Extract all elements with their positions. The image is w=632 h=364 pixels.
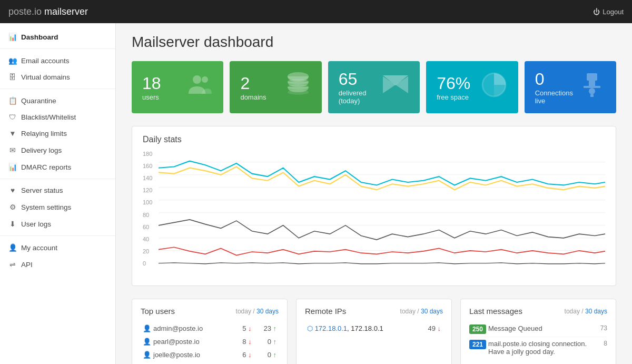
filter-icon: ▼ <box>8 130 17 137</box>
list-item: 221 mail.poste.io closing connection. Ha… <box>469 337 607 358</box>
table-row: 👤admin@poste.io 5 ↓ 23 ↑ <box>141 322 279 335</box>
arrow-up-icon: ↑ <box>273 324 277 332</box>
remote-ips-table: ⬡ 172.18.0.1, 172.18.0.1 49 ↓ <box>305 322 443 335</box>
chart-section: Daily stats 180 160 140 120 100 80 60 40… <box>132 126 616 286</box>
last-messages-list: 250 Message Queued 73 221 mail.poste.io … <box>469 322 607 358</box>
sidebar-item-quarantine[interactable]: 📋 Quarantine <box>0 92 115 109</box>
arrow-up-icon: ↑ <box>273 351 277 359</box>
top-users-panel: Top users today / 30 days 👤admin@poste.i… <box>132 299 288 364</box>
stat-freespace-value: 76% <box>437 74 470 93</box>
top-users-table: 👤admin@poste.io 5 ↓ 23 ↑ 👤pearl@poste.io… <box>141 322 279 364</box>
shield-icon: 🛡 <box>8 113 17 121</box>
network-icon: ⬡ <box>307 324 313 332</box>
bottom-panels: Top users today / 30 days 👤admin@poste.i… <box>132 299 616 364</box>
last-messages-title: Last messages <box>469 307 522 316</box>
stat-connections-label: Connections live <box>535 89 578 105</box>
stat-card-freespace: 76% free space <box>426 61 518 113</box>
sidebar-item-delivery-logs[interactable]: ✉ Delivery logs <box>0 142 115 159</box>
stat-delivered-label: delivered (today) <box>339 89 382 105</box>
sidebar-item-server-status[interactable]: ♥ Server status <box>0 182 115 199</box>
stat-freespace-label: free space <box>437 93 470 101</box>
chart-title: Daily stats <box>143 135 605 144</box>
svg-point-0 <box>193 75 201 84</box>
stat-card-delivered: 65 delivered (today) <box>328 61 420 113</box>
sidebar-item-system-settings[interactable]: ⚙ System settings <box>0 199 115 215</box>
top-users-30days-link[interactable]: 30 days <box>256 308 279 315</box>
remote-ips-30days-link[interactable]: 30 days <box>421 308 443 315</box>
heart-icon: ♥ <box>8 186 17 194</box>
power-icon: ⏻ <box>593 8 600 16</box>
remote-ips-title: Remote IPs <box>305 307 346 316</box>
remote-ips-panel: Remote IPs today / 30 days ⬡ 172.18.0.1,… <box>296 299 452 364</box>
svg-rect-11 <box>589 81 595 86</box>
brand-io: poste.io <box>8 6 42 17</box>
connections-stat-icon <box>578 71 606 104</box>
table-row: 👤joelle@poste.io 6 ↓ 0 ↑ <box>141 348 279 361</box>
logout-button[interactable]: ⏻ Logout <box>593 8 624 16</box>
sidebar-item-api[interactable]: ⇌ API <box>0 256 115 273</box>
stat-users-label: users <box>142 93 161 101</box>
msg-count: 8 <box>595 340 607 347</box>
users-stat-icon <box>186 72 213 103</box>
msg-badge-221: 221 <box>469 340 486 349</box>
stat-card-users: 18 users <box>132 61 223 113</box>
user-icon: 👤 <box>143 324 151 332</box>
sidebar-item-virtual-domains[interactable]: 🗄 Virtual domains <box>0 69 115 85</box>
navbar: poste.io mailserver ⏻ Logout <box>0 0 632 23</box>
arrow-down-icon: ↓ <box>248 324 252 332</box>
stat-delivered-value: 65 <box>339 70 382 89</box>
svg-point-13 <box>589 88 595 94</box>
ip-link[interactable]: 172.18.0.1 <box>315 324 347 332</box>
arrow-up-icon: ↑ <box>273 338 277 346</box>
msg-badge-250: 250 <box>469 324 486 334</box>
sidebar: 📊 Dashboard 👥 Email accounts 🗄 Virtual d… <box>0 23 116 364</box>
stat-card-domains: 2 domains <box>230 61 321 113</box>
brand-ms: mailserver <box>44 6 88 17</box>
user-icon: 👤 <box>143 351 151 359</box>
domains-stat-icon <box>285 70 311 104</box>
user-icon: 👤 <box>143 338 151 346</box>
sidebar-item-blacklist[interactable]: 🛡 Blacklist/Whitelist <box>0 109 115 125</box>
table-row: ⬡ 172.18.0.1, 172.18.0.1 49 ↓ <box>305 322 443 335</box>
sidebar-item-relaying[interactable]: ▼ Relaying limits <box>0 125 115 142</box>
sidebar-item-dmarc[interactable]: 📊 DMARC reports <box>0 159 115 175</box>
arrow-down-icon: ↓ <box>248 351 252 359</box>
sidebar-item-my-account[interactable]: 👤 My account <box>0 239 115 256</box>
sidebar-item-dashboard[interactable]: 📊 Dashboard <box>0 28 115 45</box>
chart-svg <box>159 151 605 277</box>
api-icon: ⇌ <box>8 260 17 269</box>
users-icon: 👥 <box>8 56 17 65</box>
brand: poste.io mailserver <box>8 6 88 17</box>
msg-count: 73 <box>595 324 607 332</box>
gear-icon: ⚙ <box>8 203 17 211</box>
page-title: Mailserver dashboard <box>132 34 616 51</box>
last-messages-30days-link[interactable]: 30 days <box>585 308 607 315</box>
sidebar-item-user-logs[interactable]: ⬇ User logs <box>0 215 115 232</box>
stat-domains-value: 2 <box>240 74 266 93</box>
stat-users-value: 18 <box>142 74 161 93</box>
domains-icon: 🗄 <box>8 73 17 81</box>
chart-icon: 📊 <box>8 163 17 171</box>
svg-point-1 <box>202 76 208 83</box>
freespace-stat-icon <box>480 71 508 104</box>
top-users-title: Top users <box>141 307 175 316</box>
table-row: 👤rylee@poste.io 6 ↓ 0 ↑ <box>141 361 279 364</box>
msg-text: Message Queued <box>488 324 595 332</box>
stat-domains-label: domains <box>240 93 266 101</box>
quarantine-icon: 📋 <box>8 96 17 105</box>
delivered-stat-icon <box>382 71 409 104</box>
download-icon: ⬇ <box>8 220 17 228</box>
mail-icon: ✉ <box>8 146 17 154</box>
svg-rect-12 <box>584 86 600 88</box>
main-content: Mailserver dashboard 18 users <box>116 23 632 364</box>
sidebar-item-email-accounts[interactable]: 👥 Email accounts <box>0 52 115 69</box>
list-item: 250 Message Queued 73 <box>469 322 607 337</box>
stat-card-connections: 0 Connections live <box>525 61 616 113</box>
table-row: 👤pearl@poste.io 8 ↓ 0 ↑ <box>141 335 279 348</box>
svg-rect-10 <box>587 73 597 81</box>
arrow-down-icon: ↓ <box>438 324 441 332</box>
account-icon: 👤 <box>8 243 17 252</box>
y-axis-labels: 180 160 140 120 100 80 60 40 20 0 <box>143 151 159 267</box>
svg-point-5 <box>288 90 309 95</box>
layout: 📊 Dashboard 👥 Email accounts 🗄 Virtual d… <box>0 0 632 364</box>
